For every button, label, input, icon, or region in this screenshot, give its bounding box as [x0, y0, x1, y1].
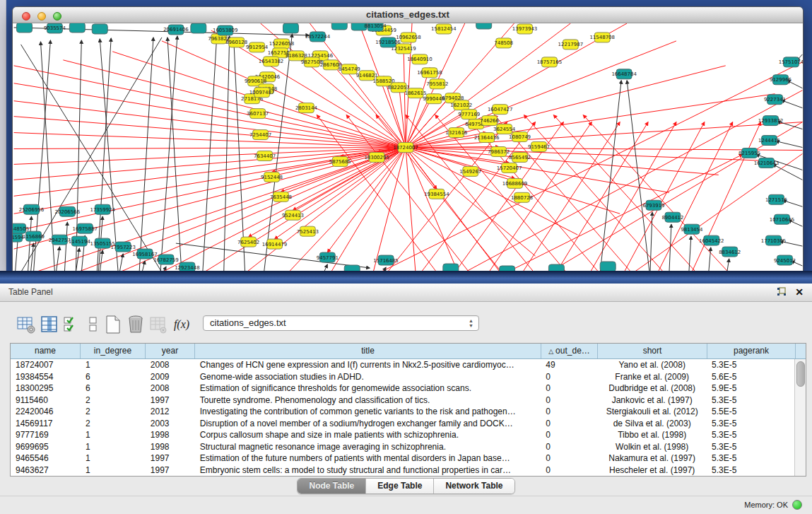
graph-node[interactable]: 16047427	[488, 105, 512, 115]
table-row[interactable]: 1872400712008Changes of HCN gene express…	[11, 359, 795, 371]
select-all-rows-icon[interactable]	[62, 315, 82, 334]
table-row[interactable]: 977716911998Corpus callosum shape and si…	[11, 429, 795, 441]
table-scrollbar[interactable]	[794, 359, 806, 476]
column-header-indegree[interactable]: in_degree	[81, 344, 146, 358]
graph-node[interactable]: 6793919	[642, 200, 664, 210]
graph-node[interactable]: 7525413	[297, 226, 319, 236]
table-select-dropdown[interactable]: citations_edges.txt ▲▼	[203, 315, 479, 331]
graph-node[interactable]	[600, 262, 616, 271]
graph-node[interactable]	[69, 23, 85, 33]
graph-node[interactable]: 9152448	[261, 172, 283, 182]
graph-node[interactable]: 15812454	[431, 24, 457, 34]
graph-node[interactable]: 8960128	[225, 37, 247, 47]
graph-node[interactable]: 7634407	[254, 151, 276, 160]
delete-columns-icon[interactable]	[126, 315, 146, 334]
unselect-all-rows-icon[interactable]	[83, 315, 103, 334]
table-row[interactable]: 946362711997Embryonic stem cells: a mode…	[11, 465, 795, 477]
table-row[interactable]: 911546021997Tourette syndrome. Phenomeno…	[11, 395, 795, 407]
graph-node[interactable]: 7625402	[237, 237, 259, 247]
tab-network-table[interactable]: Network Table	[434, 479, 514, 493]
graph-node[interactable]: 18757165	[537, 57, 562, 67]
graph-node[interactable]: 18572244	[305, 32, 331, 42]
graph-node[interactable]: 15720407	[497, 163, 522, 173]
graph-node[interactable]: 5875685	[329, 156, 351, 166]
table-row[interactable]: 1830029562008Estimation of significance …	[11, 382, 795, 395]
table-row[interactable]: 1938455462009Genome-wide association stu…	[11, 371, 795, 383]
graph-node[interactable]: 8904412	[661, 212, 683, 222]
show-columns-icon[interactable]	[40, 315, 59, 334]
graph-node[interactable]	[17, 23, 33, 33]
create-column-icon[interactable]	[103, 315, 123, 334]
graph-node[interactable]: 20691406	[163, 25, 188, 35]
graph-node[interactable]: 1621022	[450, 100, 472, 110]
float-panel-icon[interactable]	[777, 287, 787, 297]
graph-node[interactable]: 10688609	[502, 178, 527, 188]
graph-node[interactable]: 10710645	[770, 214, 794, 224]
graph-node[interactable]: 8565492	[509, 152, 531, 162]
delete-table-icon[interactable]	[148, 315, 168, 334]
graph-node[interactable]: 16975887	[73, 223, 98, 233]
graph-node[interactable]: 17710305	[761, 235, 786, 245]
graph-node[interactable]	[331, 23, 347, 30]
graph-node[interactable]	[191, 23, 206, 33]
graph-node[interactable]: 1549267	[459, 166, 481, 176]
graph-node[interactable]: 16961758	[417, 68, 442, 78]
graph-node[interactable]: 16914479	[262, 239, 287, 249]
graph-node[interactable]: 1156869	[23, 231, 45, 241]
graph-node[interactable]: 25206956	[19, 204, 44, 214]
graph-node[interactable]: 746266	[480, 116, 499, 126]
memory-status-icon[interactable]	[792, 500, 802, 510]
graph-node[interactable]: 16648784	[611, 69, 637, 79]
graph-node[interactable]: 9912954	[246, 42, 269, 52]
column-header-outde[interactable]: △out_de…	[541, 344, 598, 358]
tab-edge-table[interactable]: Edge Table	[366, 479, 434, 493]
table-row[interactable]: 1456911722003Disruption of a novel membe…	[11, 418, 795, 430]
graph-node[interactable]: 7254407	[249, 130, 271, 140]
graph-node[interactable]: 11548708	[589, 33, 614, 42]
graph-node[interactable]	[283, 23, 299, 33]
split-pane-divider[interactable]	[0, 271, 812, 284]
graph-node[interactable]: 16210643	[754, 158, 779, 168]
graph-node[interactable]: 13973943	[512, 24, 537, 34]
graph-node[interactable]: 12933872	[758, 116, 783, 126]
network-canvas[interactable]: 7963822896012899129541522605816527505818…	[13, 23, 804, 271]
graph-node[interactable]: 9524413	[282, 210, 304, 220]
graph-node[interactable]: 20206566	[55, 206, 80, 216]
column-header-title[interactable]: title	[195, 344, 541, 358]
graph-node[interactable]: 1145194	[69, 236, 91, 246]
graph-node[interactable]: 1271516	[765, 194, 787, 204]
function-builder-icon[interactable]: f(x)	[170, 315, 194, 334]
graph-node[interactable]	[476, 23, 492, 29]
graph-node[interactable]: 1244415	[758, 136, 780, 146]
table-row[interactable]: 969969511998Structural magnetic resonanc…	[11, 441, 795, 453]
graph-node[interactable]: 9129966	[770, 75, 792, 85]
graph-node[interactable]: 2942757	[49, 235, 71, 245]
table-scrollbar-thumb[interactable]	[796, 361, 805, 387]
column-header-name[interactable]: name	[11, 344, 81, 358]
graph-node[interactable]: 7635448	[270, 192, 292, 201]
graph-node[interactable]: 18640910	[407, 54, 432, 64]
column-header-year[interactable]: year	[146, 344, 195, 358]
table-row[interactable]: 946554611997Estimation of the future num…	[11, 452, 795, 465]
graph-node[interactable]: 17359924	[90, 204, 115, 214]
graph-node[interactable]: 19384554	[424, 189, 449, 199]
graph-node[interactable]: 9159467	[528, 142, 550, 152]
graph-node[interactable]: 1080749	[509, 132, 531, 142]
graph-node[interactable]: 12217987	[558, 40, 583, 49]
graph-node[interactable]	[92, 24, 107, 34]
column-header-short[interactable]: short	[598, 344, 707, 358]
graph-node[interactable]: 9035574	[44, 23, 66, 33]
graph-node[interactable]: 9457791	[317, 252, 339, 262]
graph-node[interactable]: 8215955	[739, 148, 760, 158]
graph-node[interactable]: 9777169	[458, 110, 480, 119]
close-panel-icon[interactable]: ✕	[795, 286, 804, 298]
graph-node[interactable]: 3607137	[247, 109, 269, 119]
network-window[interactable]: citations_edges.txt 79638228960128991295…	[12, 6, 804, 271]
network-window-titlebar[interactable]: citations_edges.txt	[13, 7, 803, 23]
table-mode-icon[interactable]	[16, 315, 36, 334]
tab-node-table[interactable]: Node Table	[298, 479, 366, 493]
table-row[interactable]: 2242004622012Investigating the contribut…	[11, 406, 795, 418]
graph-node[interactable]: 1880728	[511, 192, 533, 202]
graph-node[interactable]: 7955812	[426, 79, 448, 89]
column-header-pagerank[interactable]: pagerank	[707, 344, 796, 358]
